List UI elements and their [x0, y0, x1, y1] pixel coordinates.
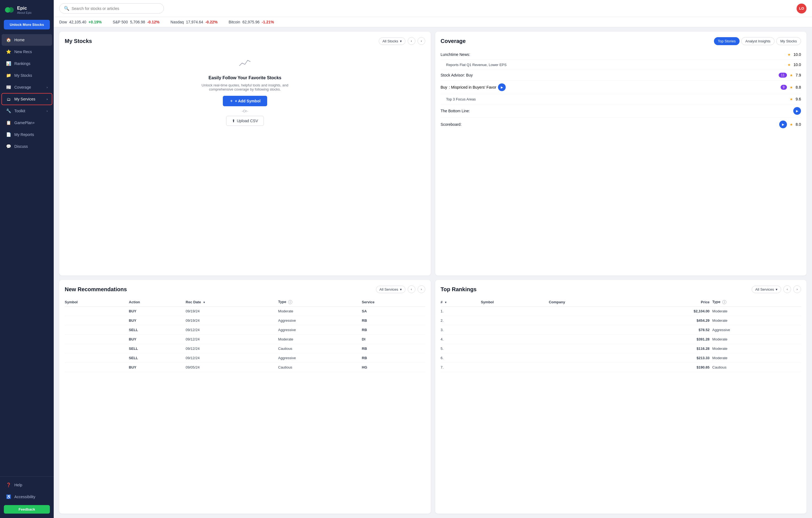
table-row: 5. $116.28 Moderate [441, 344, 801, 354]
info-icon: i [722, 300, 726, 304]
cell-price: $454.29 [631, 316, 712, 325]
cell-company [549, 307, 631, 316]
sidebar-item-label: My Reports [14, 132, 34, 137]
cell-action: SELL [129, 344, 186, 354]
cell-date: 09/12/24 [186, 335, 278, 344]
play-button[interactable]: ▶ [779, 121, 787, 128]
coverage-meta: ★ 10.0 [787, 62, 801, 67]
next-arrow-button[interactable]: › [417, 37, 425, 45]
col-service: Service [362, 298, 425, 307]
sidebar-item-new-recs[interactable]: ⭐ New Recs [2, 46, 52, 58]
sidebar-item-toolkit[interactable]: 🔧 Toolkit › [2, 105, 52, 117]
col-company: Company [549, 298, 631, 307]
table-row: 4. $391.28 Moderate [441, 335, 801, 344]
table-row: BUY 09/05/24 Cautious HG [65, 363, 425, 372]
col-rank: # ▼ [441, 298, 481, 307]
new-recommendations-header: New Recommendations All Services ▾ ‹ › [65, 285, 425, 293]
cell-type: Aggressive [712, 325, 801, 335]
cell-action: BUY [129, 335, 186, 344]
coverage-meta: ★ 10.0 [787, 52, 801, 57]
tab-analyst-insights[interactable]: Analyst Insights [741, 37, 775, 45]
ticker-dow-value: 42,105.40 [69, 20, 86, 24]
coverage-meta: ▶ [793, 107, 801, 115]
sidebar-item-accessibility[interactable]: ♿ Accessibility [2, 491, 52, 502]
sidebar-item-label: GamePlan+ [14, 121, 35, 125]
cell-type: Aggressive [278, 316, 362, 325]
top-rankings-dropdown[interactable]: All Services ▾ [752, 286, 781, 293]
tab-my-stocks[interactable]: My Stocks [776, 37, 801, 45]
sidebar-item-discuss[interactable]: 💬 Discuss [2, 141, 52, 152]
chevron-right-icon: › [47, 86, 48, 89]
prev-arrow-button[interactable]: ‹ [783, 285, 791, 293]
avatar[interactable]: LO [796, 4, 807, 13]
feedback-button[interactable]: Feedback [4, 505, 50, 514]
col-price: Price [631, 298, 712, 307]
coverage-row: Buy : Mispriced in Buyers' Favor ▶ 9 ★ 8… [441, 81, 801, 94]
cell-date: 09/12/24 [186, 354, 278, 363]
play-button[interactable]: ▶ [498, 83, 506, 91]
upload-icon: ⬆ [232, 119, 235, 123]
cell-rank: 1. [441, 307, 481, 316]
add-symbol-button[interactable]: ＋ + Add Symbol [223, 96, 267, 106]
cell-action: BUY [129, 316, 186, 325]
content-area: My Stocks All Stocks ▾ ‹ › Easily Follow [54, 27, 812, 518]
search-input[interactable] [71, 6, 159, 11]
cell-service: SA [362, 307, 425, 316]
upload-csv-button[interactable]: ⬆ Upload CSV [226, 116, 264, 126]
app-tagline: About Epic [17, 11, 32, 14]
table-row: SELL 09/12/24 Aggressive RB [65, 354, 425, 363]
cell-symbol [65, 335, 129, 344]
prev-arrow-button[interactable]: ‹ [408, 285, 415, 293]
coverage-item-title: The Bottom Line: [441, 109, 470, 113]
cell-rank: 2. [441, 316, 481, 325]
sidebar-item-label: Help [14, 483, 22, 487]
my-stocks-empty-state: Easily Follow Your Favorite Stocks Unloc… [65, 49, 425, 134]
cell-action: SELL [129, 325, 186, 335]
sidebar-item-my-stocks[interactable]: 📁 My Stocks [2, 70, 52, 81]
coverage-title: Coverage [441, 38, 466, 44]
next-arrow-button[interactable]: › [793, 285, 801, 293]
next-arrow-button[interactable]: › [417, 285, 425, 293]
chevron-right-icon: › [47, 97, 48, 101]
search-box[interactable]: 🔍 [59, 3, 164, 13]
cell-type: Aggressive [278, 354, 362, 363]
sidebar-item-gameplan[interactable]: 📋 GamePlan+ [2, 117, 52, 128]
table-row: BUY 09/19/24 Aggressive RB [65, 316, 425, 325]
coverage-item-sub: Top 3 Focus Areas [441, 97, 476, 101]
all-services-dropdown[interactable]: All Services ▾ [376, 286, 405, 293]
coverage-row: Top 3 Focus Areas ★ 9.6 [441, 94, 801, 104]
sidebar-item-my-services[interactable]: 🗂 My Services › [2, 93, 52, 105]
star-icon: ★ [787, 53, 791, 57]
rating-value: 7.9 [796, 73, 801, 77]
sidebar-item-home[interactable]: 🏠 Home [2, 34, 52, 46]
ticker-nasdaq-value: 17,974.64 [186, 20, 203, 24]
tab-top-stories[interactable]: Top Stories [714, 37, 740, 45]
chart-icon [238, 58, 252, 71]
star-icon: ⭐ [6, 49, 11, 54]
sidebar-bottom: ❓ Help ♿ Accessibility Feedback [0, 477, 54, 518]
cell-date: 09/12/24 [186, 325, 278, 335]
cell-symbol [481, 344, 549, 354]
cell-action: BUY [129, 307, 186, 316]
cell-type: Moderate [712, 316, 801, 325]
ticker-dow-name: Dow [59, 20, 67, 24]
ticker-sp500: S&P 500 5,706.98 -0.12% [113, 20, 160, 24]
top-rankings-card: Top Rankings All Services ▾ ‹ › # ▼ Symb… [435, 280, 807, 514]
sidebar-item-coverage[interactable]: 📰 Coverage › [2, 82, 52, 93]
play-button[interactable]: ▶ [793, 107, 801, 115]
col-type: Type i [278, 298, 362, 307]
sidebar-item-help[interactable]: ❓ Help [2, 479, 52, 491]
sidebar-item-rankings[interactable]: 📊 Rankings [2, 58, 52, 69]
prev-arrow-button[interactable]: ‹ [408, 37, 415, 45]
accessibility-icon: ♿ [6, 494, 11, 499]
unlock-stocks-button[interactable]: Unlock More Stocks [4, 20, 50, 29]
cell-price: $213.33 [631, 354, 712, 363]
svg-point-1 [8, 7, 14, 13]
my-stocks-dropdown[interactable]: All Stocks ▾ [379, 37, 405, 45]
cell-symbol [65, 325, 129, 335]
sidebar-item-my-reports[interactable]: 📄 My Reports [2, 129, 52, 141]
cell-type: Moderate [712, 307, 801, 316]
star-icon: ★ [790, 73, 793, 77]
folder-icon: 📁 [6, 73, 11, 78]
cell-rank: 3. [441, 325, 481, 335]
